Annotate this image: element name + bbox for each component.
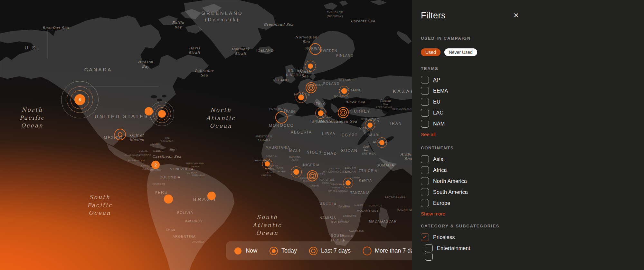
section-teams: TEAMS <box>421 66 644 71</box>
checkbox-row-nam[interactable]: NAM <box>421 120 644 128</box>
checkbox-row-north-america[interactable]: North America <box>421 177 644 185</box>
marker-dot-count: 2 <box>151 161 160 169</box>
checkbox-row-eu[interactable]: EU <box>421 98 644 106</box>
checkbox-label: EEMA <box>433 88 448 94</box>
marker-dot <box>341 111 345 115</box>
checkbox-label: Africa <box>433 167 447 173</box>
checkbox-europe[interactable] <box>421 199 429 207</box>
checkbox-label: Entertainment <box>437 245 470 251</box>
marker-dot <box>310 174 314 178</box>
checkbox-row-europe[interactable]: Europe <box>421 199 644 207</box>
legend-label: Today <box>281 247 297 254</box>
checkbox-label: Asia <box>433 156 443 162</box>
legend-last7-icon <box>309 247 317 255</box>
marker-dot <box>298 95 304 100</box>
checkbox-south-america[interactable] <box>421 188 429 196</box>
checkbox-label: AP <box>433 77 440 83</box>
checkbox-eu[interactable] <box>421 98 429 106</box>
continents-list: AsiaAfricaNorth AmericaSouth AmericaEuro… <box>421 155 644 207</box>
checkbox-label: EU <box>433 99 440 105</box>
used-pill[interactable]: Used <box>421 48 440 56</box>
checkbox-north-america[interactable] <box>421 177 429 185</box>
used-in-campaign-toggle: Used Never Used <box>421 48 644 56</box>
marker-dot <box>346 180 351 185</box>
checkbox-africa[interactable] <box>421 166 429 174</box>
section-categories: CATEGORY & SUBCATEGORIES <box>421 224 644 228</box>
legend-item-now: Now <box>234 247 257 255</box>
marker-dot <box>309 86 313 90</box>
screen: { "panel": { "title": "Filters", "close_… <box>0 0 644 270</box>
marker-dot <box>341 88 347 94</box>
teams-list: APEEMAEULACNAM <box>421 76 644 128</box>
marker-dot-count: 6 <box>74 94 85 105</box>
show-more-link[interactable]: Show more <box>421 211 445 216</box>
legend-item-today: Today <box>270 247 297 255</box>
checkbox-entertainment[interactable] <box>425 244 433 252</box>
marker-dot <box>367 123 373 128</box>
checkbox-row-south-america[interactable]: South America <box>421 188 644 196</box>
checkbox-nam[interactable] <box>421 120 429 128</box>
panel-title: Filters <box>421 11 644 21</box>
marker-dot <box>318 110 324 116</box>
legend-item-last7: Last 7 days <box>309 247 351 255</box>
marker-dot <box>158 110 166 118</box>
legend-more7-icon <box>363 247 371 255</box>
checkbox-item[interactable] <box>425 253 433 261</box>
checkbox-row-entertainment[interactable]: Entertainment <box>425 244 644 252</box>
close-icon[interactable]: ✕ <box>512 11 520 20</box>
categories-list: PricelessEntertainment <box>421 233 644 258</box>
marker-dot <box>118 132 122 137</box>
marker-dot <box>308 64 313 69</box>
marker-dot <box>265 161 270 166</box>
checkbox-eema[interactable] <box>421 87 429 95</box>
marker-ring <box>309 43 321 55</box>
checkbox-row-item[interactable] <box>425 255 644 258</box>
checkbox-row-eema[interactable]: EEMA <box>421 87 644 95</box>
marker-ring <box>275 111 288 124</box>
checkbox-lac[interactable] <box>421 109 429 117</box>
checkbox-label: NAM <box>433 121 445 127</box>
see-all-link[interactable]: See all <box>421 132 436 137</box>
marker-dot <box>207 192 216 200</box>
filters-panel: Filters ✕ USED IN CAMPAIGN Used Never Us… <box>412 0 644 270</box>
checkbox-label: LAC <box>433 110 443 116</box>
checkbox-row-lac[interactable]: LAC <box>421 109 644 117</box>
checkbox-row-asia[interactable]: Asia <box>421 155 644 163</box>
checkbox-label: Europe <box>433 200 450 206</box>
checkbox-label: South America <box>433 189 468 195</box>
legend-today-icon <box>270 247 278 255</box>
legend-label: Last 7 days <box>321 247 351 254</box>
never-used-pill[interactable]: Never Used <box>444 48 477 56</box>
legend-now-icon <box>234 247 242 255</box>
checkbox-ap[interactable] <box>421 76 429 84</box>
marker-dot <box>164 195 173 204</box>
marker-dot <box>293 169 299 175</box>
section-continents: CONTINENTS <box>421 145 644 150</box>
section-used-in-campaign: USED IN CAMPAIGN <box>421 36 644 41</box>
legend-label: Now <box>246 247 257 254</box>
checkbox-label: North America <box>433 178 467 184</box>
checkbox-row-priceless[interactable]: Priceless <box>421 233 644 241</box>
checkbox-checked-priceless[interactable] <box>421 233 429 241</box>
checkbox-asia[interactable] <box>421 155 429 163</box>
marker-dot <box>379 140 384 145</box>
checkbox-row-africa[interactable]: Africa <box>421 166 644 174</box>
checkbox-label: Priceless <box>433 235 455 240</box>
checkbox-row-ap[interactable]: AP <box>421 76 644 84</box>
